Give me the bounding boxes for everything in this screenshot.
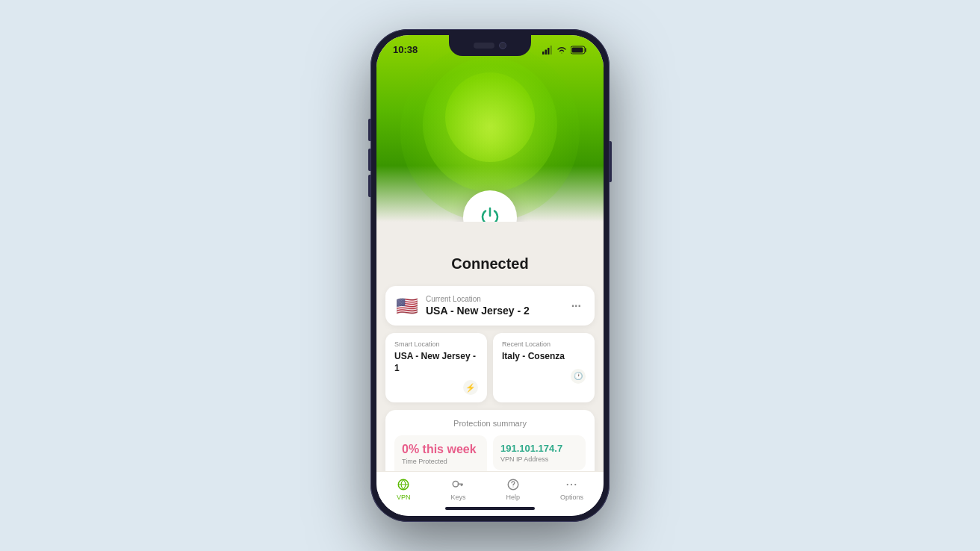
nav-keys[interactable]: Keys xyxy=(450,478,465,501)
svg-rect-3 xyxy=(551,46,553,55)
clock-icon: 🕐 xyxy=(571,369,586,384)
home-indicator xyxy=(445,507,535,510)
circle-inner xyxy=(445,72,535,162)
current-location-name: USA - New Jersey - 2 xyxy=(426,305,561,317)
notch xyxy=(449,35,531,56)
flash-icon: ⚡ xyxy=(463,380,478,395)
smart-location-icon-container: ⚡ xyxy=(394,380,478,395)
vpn-ip-address: 191.101.174.7 xyxy=(500,443,578,454)
protection-title: Protection summary xyxy=(394,419,586,428)
vpn-ip-label: VPN IP Address xyxy=(500,455,578,463)
smart-location-label: Smart Location xyxy=(394,340,478,348)
svg-rect-2 xyxy=(548,48,550,55)
content-area: Connected 🇺🇸 Current Location USA - New … xyxy=(376,222,604,471)
svg-point-10 xyxy=(567,484,568,485)
svg-rect-1 xyxy=(545,49,548,55)
svg-point-9 xyxy=(512,486,513,487)
smart-location-name: USA - New Jersey - 1 xyxy=(394,351,478,374)
status-time: 10:38 xyxy=(393,44,418,55)
help-nav-label: Help xyxy=(506,494,520,501)
front-camera xyxy=(499,42,506,49)
status-icons xyxy=(542,46,587,55)
current-location-card[interactable]: 🇺🇸 Current Location USA - New Jersey - 2… xyxy=(385,286,595,326)
svg-point-12 xyxy=(575,484,577,485)
recent-location-icon-container: 🕐 xyxy=(502,369,586,384)
protection-percentage: 0% this week xyxy=(402,443,480,456)
signal-icon xyxy=(542,46,553,55)
nav-vpn[interactable]: VPN xyxy=(397,478,411,501)
current-location-label: Current Location xyxy=(426,295,561,303)
battery-icon xyxy=(571,46,587,55)
recent-location-name: Italy - Cosenza xyxy=(502,351,586,363)
power-icon xyxy=(478,205,502,222)
phone-frame: 10:38 xyxy=(370,29,610,522)
vpn-ip-card: 191.101.174.7 VPN IP Address xyxy=(493,435,586,470)
help-nav-icon xyxy=(506,478,520,491)
protection-sublabel: Time Protected xyxy=(402,458,480,465)
connected-status: Connected xyxy=(385,255,595,273)
secondary-locations: Smart Location USA - New Jersey - 1 ⚡ Re… xyxy=(385,333,595,402)
current-location-info: Current Location USA - New Jersey - 2 xyxy=(426,295,561,317)
keys-nav-label: Keys xyxy=(450,494,465,501)
right-cards: 191.101.174.7 VPN IP Address USA - New J… xyxy=(493,435,586,471)
time-protected-card: 0% this week Time Protected MTWTFSS xyxy=(394,435,487,471)
more-options-button[interactable]: ··· xyxy=(568,296,584,316)
smart-location-card[interactable]: Smart Location USA - New Jersey - 1 ⚡ xyxy=(385,333,487,402)
face-id-sensor xyxy=(474,43,494,49)
options-nav-label: Options xyxy=(560,494,583,501)
protection-grid: 0% this week Time Protected MTWTFSS 191.… xyxy=(394,435,586,471)
recent-location-label: Recent Location xyxy=(502,340,586,348)
svg-point-11 xyxy=(571,484,572,485)
wifi-icon xyxy=(556,46,567,55)
vpn-nav-icon xyxy=(397,478,410,491)
options-nav-icon xyxy=(565,478,578,491)
nav-help[interactable]: Help xyxy=(506,478,520,501)
nav-options[interactable]: Options xyxy=(560,478,583,501)
recent-location-card[interactable]: Recent Location Italy - Cosenza 🕐 xyxy=(493,333,595,402)
keys-nav-icon xyxy=(451,478,465,491)
power-button[interactable] xyxy=(463,190,517,222)
power-button-container xyxy=(463,190,517,222)
protection-section: Protection summary 0% this week Time Pro… xyxy=(385,410,595,471)
svg-rect-5 xyxy=(572,47,583,52)
usa-flag: 🇺🇸 xyxy=(396,296,418,317)
hero-section xyxy=(376,35,604,222)
svg-rect-0 xyxy=(542,52,545,55)
vpn-nav-label: VPN xyxy=(397,494,411,501)
phone-screen: 10:38 xyxy=(376,35,604,516)
